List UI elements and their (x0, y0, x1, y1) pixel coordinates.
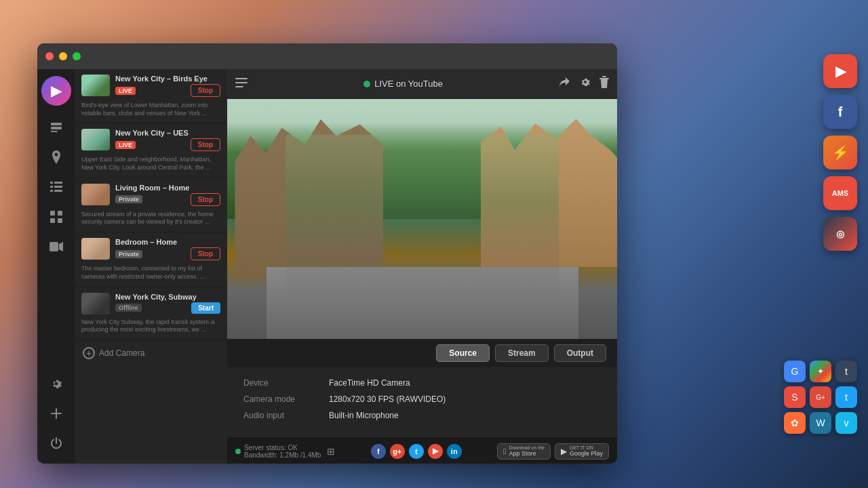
g-mini-icon[interactable]: G (784, 361, 806, 382)
status-badge: LIVE (115, 141, 136, 149)
right-dock: ▶ f ⚡ AMS ◎ (823, 54, 857, 251)
app-logo-icon[interactable]: ▶ (41, 76, 71, 106)
channels-icon[interactable] (43, 114, 70, 141)
status-badge: Private (115, 250, 142, 258)
app-body: ▶ (37, 69, 617, 464)
google-play-badge[interactable]: ▶ GET IT ON Google Play (555, 443, 609, 460)
source-tab[interactable]: Source (436, 344, 490, 362)
flower-mini-icon[interactable]: ✿ (784, 412, 806, 434)
svg-rect-10 (58, 211, 62, 216)
twitter-mini-icon[interactable]: t (835, 386, 857, 408)
stop-button[interactable]: Stop (191, 138, 220, 151)
add-icon[interactable] (43, 400, 70, 427)
lightning-dock-icon[interactable]: ⚡ (823, 136, 857, 169)
wp-mini-icon[interactable]: W (810, 412, 831, 434)
menu-button[interactable] (235, 77, 248, 91)
minimize-button[interactable] (59, 52, 67, 60)
start-button[interactable]: Start (191, 302, 220, 314)
camera-item[interactable]: New York City, Subway Offline Start New … (75, 287, 227, 340)
settings-icon[interactable] (43, 370, 70, 397)
google-play-sublabel: GET IT ON (570, 445, 603, 450)
location-icon[interactable] (43, 144, 70, 171)
video-icon[interactable] (43, 233, 70, 260)
svg-rect-11 (50, 218, 55, 223)
chrome-mini-icon[interactable]: ✦ (810, 361, 831, 382)
s-mini-icon[interactable]: S (784, 386, 806, 408)
store-badges:  Download on the App Store ▶ GET IT ON … (497, 443, 609, 460)
camera-thumbnail (81, 238, 110, 260)
server-status: Server status: OK Bandwidth: 1.2Mb /1.4M… (235, 444, 335, 459)
stop-button[interactable]: Stop (191, 193, 220, 206)
svg-rect-6 (54, 186, 62, 188)
tumblr-mini-icon[interactable]: t (835, 361, 857, 382)
ams-dock-icon[interactable]: AMS (823, 176, 857, 210)
app-store-badge[interactable]:  Download on the App Store (497, 443, 551, 460)
camera-item[interactable]: Living Room – Home Private Stop Secured … (75, 178, 227, 232)
status-badge: Private (115, 195, 142, 203)
list-icon[interactable] (43, 174, 70, 201)
camera-name: New York City, Subway (115, 293, 220, 301)
add-camera-button[interactable]: + Add Camera (75, 340, 227, 366)
svg-rect-2 (51, 131, 58, 132)
camera-name: New York City – UES (115, 129, 220, 137)
svg-rect-3 (50, 182, 53, 184)
server-status-text: Server status: OK (244, 444, 321, 451)
svg-rect-17 (599, 78, 609, 79)
main-content: LIVE on YouTube (227, 69, 617, 464)
svg-rect-13 (50, 242, 58, 251)
device-label: Device (243, 378, 318, 388)
svg-rect-15 (235, 82, 248, 83)
share-button[interactable] (559, 76, 571, 92)
status-badge: Offline (115, 304, 142, 312)
camera-mode-value: 868x488 30 FPS (RAWVIDEO) (329, 394, 446, 404)
facebook-dock-icon[interactable]: f (823, 95, 857, 129)
camera-item[interactable]: New York City – UES LIVE Stop Upper East… (75, 123, 227, 178)
camera-description: Upper East Side and neighborhood, Manhat… (81, 156, 220, 171)
youtube-dock-icon[interactable]: ▶ (823, 54, 857, 88)
live-status-text: LIVE on YouTube (374, 79, 443, 89)
top-bar-actions (559, 76, 609, 92)
svg-rect-0 (51, 123, 62, 125)
gplus-mini-icon[interactable]: G+ (810, 386, 831, 408)
social-icons: f g+ t ▶ in (371, 444, 462, 459)
apple-icon:  (503, 447, 506, 456)
close-button[interactable] (45, 52, 54, 60)
svg-rect-4 (54, 182, 62, 184)
maximize-button[interactable] (73, 52, 81, 60)
vimeo-mini-icon[interactable]: v (835, 412, 857, 434)
settings-button[interactable] (579, 76, 591, 92)
svg-rect-8 (54, 190, 62, 192)
linkedin-social-icon[interactable]: in (447, 444, 462, 459)
camera-thumbnail (81, 184, 110, 205)
app-store-sublabel: Download on the (509, 445, 545, 450)
google-play-label: Google Play (570, 450, 603, 457)
svg-rect-5 (50, 186, 53, 188)
facebook-social-icon[interactable]: f (371, 444, 386, 459)
camera-thumbnail (81, 75, 110, 96)
svg-rect-18 (602, 76, 606, 77)
app-window: ▶ (37, 43, 617, 464)
stream-tab[interactable]: Stream (495, 344, 549, 362)
camera-description: New York City Subway, the rapid transit … (81, 319, 220, 334)
googleplus-social-icon[interactable]: g+ (390, 444, 405, 459)
camera-mode-label: Camera mode (243, 394, 318, 404)
grid-icon[interactable] (43, 203, 70, 230)
camera-description: The master bedroom, connected to my list… (81, 265, 220, 281)
stop-button[interactable]: Stop (191, 84, 220, 97)
target-dock-icon[interactable]: ◎ (823, 217, 857, 251)
camera-list: New York City – Birds Eye LIVE Stop Bird… (75, 69, 227, 464)
youtube-social-icon[interactable]: ▶ (428, 444, 443, 459)
stop-button[interactable]: Stop (191, 247, 220, 260)
output-tab[interactable]: Output (554, 344, 606, 362)
camera-item[interactable]: Bedroom – Home Private Stop The master b… (75, 232, 227, 287)
camera-name: Living Room – Home (115, 184, 220, 192)
video-preview (227, 99, 617, 339)
delete-button[interactable] (599, 76, 609, 92)
controls-bar: Source Stream Output (227, 339, 617, 367)
camera-item[interactable]: New York City – Birds Eye LIVE Stop Bird… (75, 69, 227, 123)
power-icon[interactable] (43, 430, 70, 457)
twitter-social-icon[interactable]: t (409, 444, 424, 459)
svg-rect-12 (58, 218, 62, 223)
live-dot (363, 81, 370, 87)
status-badge: LIVE (115, 87, 136, 95)
